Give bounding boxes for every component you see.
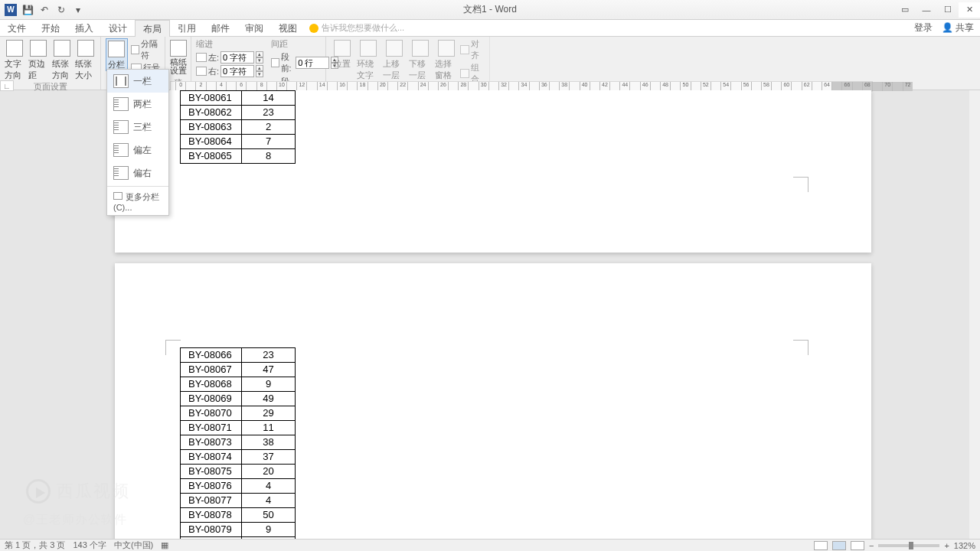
table-row[interactable]: BY-0806114 [181,91,296,106]
table-row[interactable]: BY-0806949 [181,392,296,406]
cell-code[interactable]: BY-08067 [181,363,242,377]
data-table-1[interactable]: BY-0806114BY-0806223BY-080632BY-080647BY… [180,90,296,164]
size-button[interactable]: 纸张大小 [75,38,96,81]
cell-value[interactable]: 47 [242,363,296,377]
ribbon-options-icon[interactable]: ▭ [894,2,916,18]
view-read-mode[interactable] [814,541,828,550]
cell-code[interactable]: BY-08073 [181,435,242,450]
cell-code[interactable]: BY-08061 [181,91,242,106]
table-row[interactable]: BY-080774 [181,494,296,508]
cell-value[interactable]: 50 [242,508,296,523]
cell-value[interactable]: 20 [242,465,296,479]
cell-value[interactable]: 2 [242,120,296,135]
table-row[interactable]: BY-080799 [181,523,296,537]
tab-selector[interactable]: ∟ [0,80,14,91]
qat-dropdown-icon[interactable]: ▾ [72,4,84,16]
cell-value[interactable]: 9 [242,523,296,537]
cell-value[interactable]: 37 [242,450,296,465]
table-row[interactable]: BY-0807111 [181,421,296,435]
table-row[interactable]: BY-080632 [181,120,296,135]
breaks-button[interactable]: 分隔符 [131,38,160,61]
cell-code[interactable]: BY-08065 [181,149,242,164]
cell-value[interactable]: 29 [242,406,296,421]
minimize-button[interactable]: — [916,2,937,18]
cell-code[interactable]: BY-08064 [181,135,242,149]
more-columns-option[interactable]: 更多分栏(C)... [107,188,168,215]
view-web-layout[interactable] [851,541,864,550]
tab-view[interactable]: 视图 [271,20,305,37]
table-row[interactable]: BY-080689 [181,377,296,392]
cell-code[interactable]: BY-08071 [181,421,242,435]
status-word-count[interactable]: 143 个字 [73,540,106,551]
spin-down[interactable]: ▾ [256,57,263,64]
tab-design[interactable]: 设计 [101,20,135,37]
indent-left-input[interactable] [220,51,254,64]
cell-value[interactable]: 8 [242,149,296,164]
text-direction-button[interactable]: 文字方向 [5,38,25,81]
cell-code[interactable]: BY-08079 [181,523,242,537]
zoom-out-button[interactable]: − [869,541,874,550]
share-button[interactable]: 👤 共享 [942,21,974,34]
tab-file[interactable]: 文件 [0,20,34,37]
close-button[interactable]: ✕ [959,2,980,18]
cell-value[interactable]: 7 [242,135,296,149]
view-print-layout[interactable] [832,541,846,550]
vertical-scrollbar[interactable] [969,90,980,539]
selection-pane-button[interactable]: 选择窗格 [435,38,458,81]
align-button[interactable]: 对齐 [460,38,485,61]
tab-layout[interactable]: 布局 [135,20,170,37]
zoom-slider[interactable] [878,544,939,547]
cell-code[interactable]: BY-08075 [181,465,242,479]
margins-button[interactable]: 页边距 [28,38,49,81]
tab-home[interactable]: 开始 [34,20,67,37]
cell-code[interactable]: BY-08069 [181,392,242,406]
table-row[interactable]: BY-080764 [181,479,296,494]
table-row[interactable]: BY-0807029 [181,406,296,421]
cell-code[interactable]: BY-08063 [181,120,242,135]
cell-value[interactable]: 4 [242,479,296,494]
columns-option-two[interactable]: 两栏 [107,93,168,116]
indent-right-input[interactable] [220,65,254,77]
status-macro-icon[interactable]: ▦ [161,540,168,550]
table-row[interactable]: BY-0807520 [181,465,296,479]
tab-references[interactable]: 引用 [170,20,204,37]
cell-value[interactable]: 23 [242,348,296,363]
table-row[interactable]: BY-0807850 [181,508,296,523]
cell-value[interactable]: 11 [242,421,296,435]
table-row[interactable]: BY-080658 [181,149,296,164]
paper-settings-button[interactable]: 稿纸 设置 [170,38,187,75]
cell-value[interactable]: 14 [242,91,296,106]
cell-value[interactable]: 9 [242,377,296,392]
tab-insert[interactable]: 插入 [67,20,101,37]
cell-code[interactable]: BY-08077 [181,494,242,508]
table-row[interactable]: BY-0807338 [181,435,296,450]
redo-icon[interactable]: ↻ [55,4,67,16]
columns-option-left[interactable]: 偏左 [107,139,168,161]
tell-me-search[interactable]: 告诉我您想要做什么... [309,22,404,34]
columns-option-three[interactable]: 三栏 [107,116,168,139]
cell-value[interactable]: 4 [242,494,296,508]
zoom-level[interactable]: 132% [954,541,975,550]
status-language[interactable]: 中文(中国) [114,540,153,551]
cell-code[interactable]: BY-08068 [181,377,242,392]
cell-code[interactable]: BY-08066 [181,348,242,363]
data-table-2[interactable]: BY-0806623BY-0806747BY-080689BY-0806949B… [180,347,296,539]
columns-button[interactable]: 分栏 [106,38,128,71]
table-row[interactable]: BY-0806623 [181,348,296,363]
tab-review[interactable]: 审阅 [237,20,271,37]
columns-option-right[interactable]: 偏右 [107,161,168,184]
login-button[interactable]: 登录 [914,21,933,34]
cell-code[interactable]: BY-08062 [181,106,242,120]
cell-code[interactable]: BY-08074 [181,450,242,465]
table-row[interactable]: BY-0807437 [181,450,296,465]
status-page[interactable]: 第 1 页，共 3 页 [5,540,65,551]
cell-code[interactable]: BY-08078 [181,508,242,523]
cell-code[interactable]: BY-08070 [181,406,242,421]
table-row[interactable]: BY-0806223 [181,106,296,120]
save-icon[interactable]: 💾 [21,4,34,16]
spacing-before-input[interactable] [296,57,329,69]
tab-mailings[interactable]: 邮件 [204,20,237,37]
orientation-button[interactable]: 纸张方向 [52,38,73,81]
zoom-in-button[interactable]: + [944,541,949,550]
cell-value[interactable]: 49 [242,392,296,406]
